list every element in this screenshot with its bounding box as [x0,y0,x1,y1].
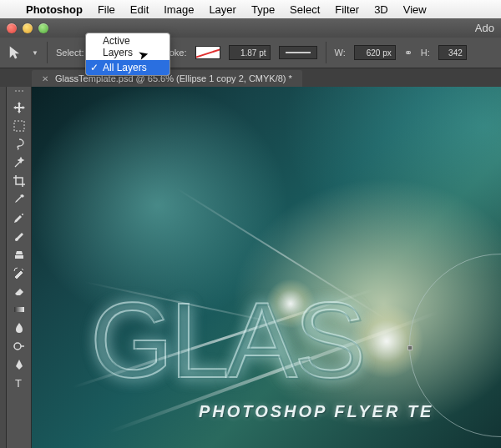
stroke-color-swatch[interactable] [195,46,220,59]
titlebar-text: Ado [475,22,494,34]
height-field[interactable]: 342 [438,45,467,60]
brush-tool[interactable] [8,227,30,245]
app-menu[interactable]: Photoshop [18,3,90,16]
document-canvas[interactable]: GLAS PHOTOSHOP FLYER TE [32,87,501,448]
gradient-tool[interactable] [8,300,30,319]
magic-wand-tool[interactable] [8,154,30,172]
menu-select[interactable]: Select [282,3,327,16]
artwork-background: GLAS PHOTOSHOP FLYER TE [32,87,501,448]
svg-rect-2 [14,307,24,312]
history-brush-tool[interactable] [8,264,30,282]
dodge-tool[interactable] [8,337,30,355]
clone-stamp-tool[interactable] [8,245,30,264]
workspace: T GLAS PHOTOSHOP FLYER TE [0,87,501,448]
separator [326,42,326,63]
lasso-tool[interactable] [8,135,30,154]
separator [47,42,48,63]
eraser-tool[interactable] [8,282,30,300]
type-tool[interactable]: T [8,374,30,392]
select-dropdown-menu: Active Layers All Layers [85,33,170,76]
move-tool[interactable] [8,98,30,117]
marquee-tool[interactable] [8,117,30,135]
menu-image[interactable]: Image [156,3,201,16]
menu-filter[interactable]: Filter [327,3,367,16]
crop-tool[interactable] [8,172,30,190]
transform-handle[interactable] [407,345,412,350]
dropdown-item-active-layers[interactable]: Active Layers [86,33,170,60]
width-field[interactable]: 620 px [354,45,396,60]
menu-view[interactable]: View [396,3,434,16]
path-selection-tool-icon[interactable] [7,45,23,60]
menu-layer[interactable]: Layer [201,3,244,16]
width-label: W: [335,48,346,58]
healing-brush-tool[interactable] [8,209,30,227]
window-titlebar: Ado [0,18,501,38]
svg-rect-0 [14,121,24,131]
link-dimensions-icon[interactable]: ⚭ [404,47,412,58]
dropdown-item-all-layers[interactable]: All Layers [86,60,170,75]
menu-3d[interactable]: 3D [367,3,396,16]
mac-menubar: Photoshop File Edit Image Layer Type Sel… [0,0,501,18]
height-label: H: [421,48,430,58]
stroke-style-dropdown[interactable] [279,46,317,59]
eyedropper-tool[interactable] [8,190,30,209]
minimize-window-button[interactable] [23,23,33,33]
stroke-width-field[interactable]: 1.87 pt [229,45,271,60]
menu-edit[interactable]: Edit [123,3,156,16]
left-gutter [0,87,7,448]
close-tab-icon[interactable]: ✕ [42,74,48,83]
window-controls [7,23,48,33]
blur-tool[interactable] [8,319,30,337]
svg-point-3 [14,343,21,350]
menu-file[interactable]: File [90,3,123,16]
svg-text:T: T [15,377,22,390]
tools-panel: T [7,87,32,448]
zoom-window-button[interactable] [38,23,48,33]
subline-text: PHOTOSHOP FLYER TE [199,402,433,421]
document-tab-bar: ✕ GlassTemplate.psd @ 65.6% (Ellipse 1 c… [0,68,501,87]
tool-preset-dropdown-icon[interactable]: ▼ [32,49,38,57]
pen-tool[interactable] [8,355,30,374]
menu-type[interactable]: Type [244,3,282,16]
svg-point-1 [22,214,23,215]
close-window-button[interactable] [7,23,17,33]
select-label: Select: [56,48,84,58]
options-bar: ▼ Select: Fill: Stroke: 1.87 pt W: 620 p… [0,38,501,68]
panel-grip-icon[interactable] [10,90,28,95]
headline-text: GLAS [90,279,362,401]
